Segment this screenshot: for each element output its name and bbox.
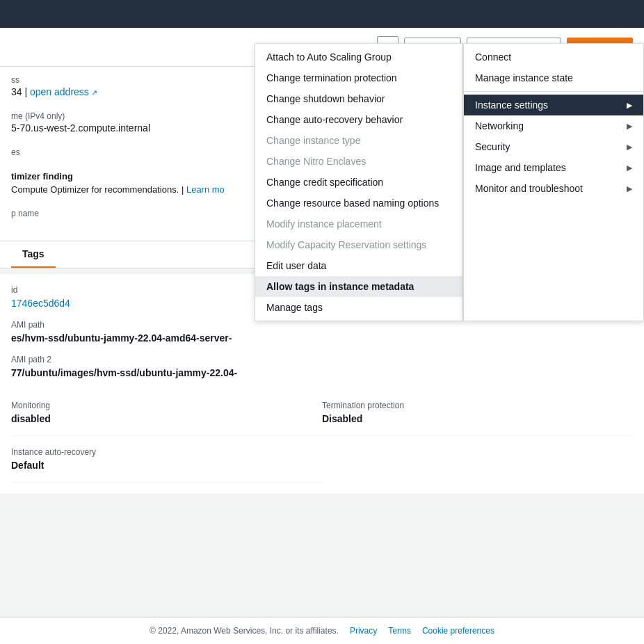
auto-recovery-field: Instance auto-recovery Default	[11, 436, 322, 483]
monitoring-value: disabled	[11, 413, 322, 424]
top-bar	[0, 0, 644, 28]
bottom-ami2-value: 77/ubuntu/images/hvm-ssd/ubuntu-jammy-22…	[11, 367, 633, 378]
actions-image-templates[interactable]: Image and templates ▶	[464, 157, 643, 178]
actions-manage-state-label: Manage instance state	[475, 72, 573, 83]
dropdown-overlay: Attach to Auto Scaling Group Change term…	[255, 43, 644, 321]
monitoring-label: Monitoring	[11, 401, 322, 410]
page-wrapper: ↻ Connect Instance state ▼ Actions ▲ ss …	[0, 0, 644, 644]
networking-chevron-icon: ▶	[627, 122, 632, 131]
submenu-modify-capacity: Modify Capacity Reservation settings	[255, 234, 462, 255]
terms-link[interactable]: Terms	[388, 626, 411, 636]
actions-instance-settings-label: Instance settings	[475, 99, 548, 111]
submenu-change-shutdown[interactable]: Change shutdown behavior	[255, 88, 462, 109]
actions-monitor-label: Monitor and troubleshoot	[475, 183, 583, 194]
actions-security[interactable]: Security ▶	[464, 136, 643, 157]
open-address-link[interactable]: open address	[30, 86, 97, 97]
submenu-modify-placement: Modify instance placement	[255, 214, 462, 234]
submenu-manage-tags[interactable]: Manage tags	[255, 297, 462, 318]
bottom-id-value[interactable]: 1746ec5d6d4	[11, 298, 70, 309]
bottom-ami2-field: AMI path 2 77/ubuntu/images/hvm-ssd/ubun…	[11, 355, 633, 378]
bottom-ami2-label: AMI path 2	[11, 355, 633, 364]
ip-number: 34 |	[11, 86, 27, 97]
submenu-change-nitro: Change Nitro Enclaves	[255, 151, 462, 172]
bottom-ami-label: AMI path	[11, 320, 633, 330]
termination-label: Termination protection	[322, 401, 633, 410]
submenu-change-termination[interactable]: Change termination protection	[255, 67, 462, 88]
submenu-allow-tags[interactable]: Allow tags in instance metadata	[255, 276, 462, 297]
tab-tags[interactable]: Tags	[11, 241, 56, 268]
actions-security-label: Security	[475, 141, 510, 152]
privacy-link[interactable]: Privacy	[350, 626, 377, 636]
learn-more-link[interactable]: Learn mo	[186, 184, 225, 195]
submenu-change-credit[interactable]: Change credit specification	[255, 172, 462, 193]
actions-instance-settings[interactable]: Instance settings ▶	[464, 95, 643, 115]
termination-field: Termination protection Disabled	[322, 389, 633, 436]
actions-networking-label: Networking	[475, 120, 524, 131]
auto-recovery-value: Default	[11, 460, 322, 471]
actions-networking[interactable]: Networking ▶	[464, 115, 643, 136]
cookie-link[interactable]: Cookie preferences	[422, 626, 494, 636]
submenu-change-instance-type: Change instance type	[255, 130, 462, 151]
bottom-ami-field: AMI path es/hvm-ssd/ubuntu-jammy-22.04-a…	[11, 320, 633, 344]
actions-connect-label: Connect	[475, 51, 511, 63]
actions-manage-state[interactable]: Manage instance state	[464, 67, 643, 88]
termination-value: Disabled	[322, 413, 633, 424]
actions-menu: Connect Manage instance state Instance s…	[463, 43, 644, 321]
submenu-edit-user-data[interactable]: Edit user data	[255, 255, 462, 276]
monitoring-field: Monitoring disabled	[11, 389, 322, 436]
monitor-chevron-icon: ▶	[627, 184, 632, 193]
copyright-text: © 2022, Amazon Web Services, Inc. or its…	[150, 626, 339, 636]
chevron-right-icon: ▶	[627, 101, 632, 110]
menu-divider-1	[464, 91, 643, 92]
bottom-grid: Monitoring disabled Termination protecti…	[11, 389, 633, 483]
actions-connect[interactable]: Connect	[464, 47, 643, 67]
optimizer-desc: Compute Optimizer for recommendations.	[11, 184, 179, 195]
submenu-attach-auto-scaling[interactable]: Attach to Auto Scaling Group	[255, 47, 462, 67]
instance-settings-submenu: Attach to Auto Scaling Group Change term…	[255, 43, 463, 321]
footer: © 2022, Amazon Web Services, Inc. or its…	[0, 617, 644, 644]
submenu-change-auto-recovery[interactable]: Change auto-recovery behavior	[255, 109, 462, 130]
bottom-ami-value: es/hvm-ssd/ubuntu-jammy-22.04-amd64-serv…	[11, 332, 633, 344]
actions-image-templates-label: Image and templates	[475, 162, 566, 173]
security-chevron-icon: ▶	[627, 143, 632, 152]
actions-monitor-troubleshoot[interactable]: Monitor and troubleshoot ▶	[464, 178, 643, 199]
image-chevron-icon: ▶	[627, 163, 632, 172]
submenu-change-resource-naming[interactable]: Change resource based naming options	[255, 193, 462, 214]
auto-recovery-label: Instance auto-recovery	[11, 447, 322, 457]
